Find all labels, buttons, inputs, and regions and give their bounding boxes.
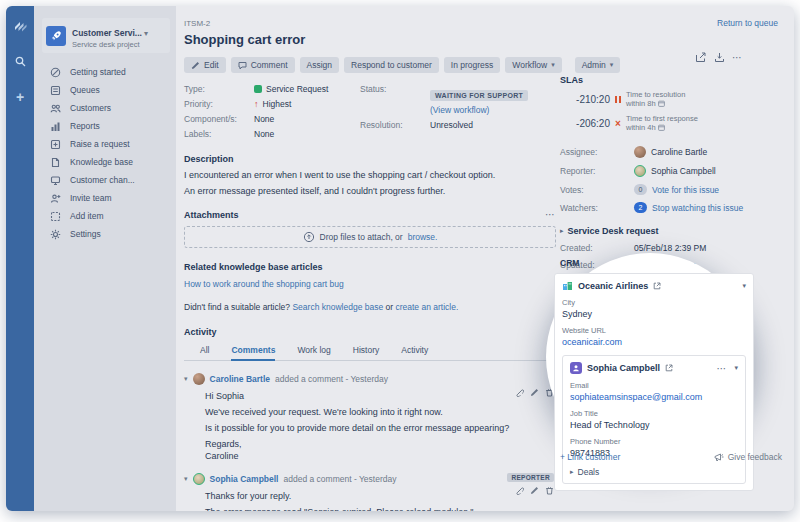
search-icon[interactable] bbox=[13, 54, 27, 68]
sidebar-item-settings[interactable]: Settings bbox=[34, 225, 176, 243]
crm-email-link[interactable]: sophiateamsinspace@gmail.com bbox=[570, 392, 738, 402]
sidebar-item-knowledge-base[interactable]: Knowledge base bbox=[34, 153, 176, 171]
tab-work-log[interactable]: Work log bbox=[297, 345, 330, 361]
in-progress-button[interactable]: In progress bbox=[444, 57, 501, 73]
customer-channels-icon bbox=[50, 175, 61, 186]
edit-comment-icon[interactable] bbox=[530, 388, 539, 397]
link-customer-link[interactable]: + Link customer bbox=[560, 452, 620, 462]
export-icon[interactable] bbox=[714, 52, 725, 63]
external-link-icon[interactable] bbox=[665, 364, 673, 372]
resolution-value: Unresolved bbox=[430, 120, 473, 130]
upload-cloud-icon bbox=[303, 231, 315, 243]
sla-row: -210:20 Time to resolution within 8h bbox=[560, 90, 794, 109]
crm-website-link[interactable]: oceanicair.com bbox=[562, 337, 746, 347]
kb-create-article-link[interactable]: create an article. bbox=[395, 302, 458, 312]
watchers-label: Watchers: bbox=[560, 203, 634, 213]
edit-comment-icon[interactable] bbox=[530, 486, 539, 495]
collapse-comment-icon[interactable]: ▾ bbox=[184, 375, 188, 383]
side-panel-footer: + Link customer Give feedback bbox=[560, 452, 782, 462]
expand-right-icon: ▸ bbox=[570, 468, 574, 476]
tab-all[interactable]: All bbox=[200, 345, 209, 361]
created-value: 05/Feb/18 2:39 PM bbox=[634, 243, 706, 253]
kb-or-text: or bbox=[386, 302, 394, 312]
comment-author-link[interactable]: Sophia Campbell bbox=[210, 474, 279, 484]
sla-within: within 4h bbox=[626, 123, 656, 132]
comment-item: ▾ Sophia Campbell added a comment - Yest… bbox=[184, 473, 556, 511]
pencil-icon bbox=[191, 61, 200, 70]
type-label: Type: bbox=[184, 84, 254, 94]
service-desk-request-expander[interactable]: ▸ Service Desk request bbox=[560, 226, 794, 236]
project-switcher[interactable]: Customer Servi...▾ Service desk project bbox=[42, 18, 170, 53]
tab-activity[interactable]: Activity bbox=[401, 345, 428, 361]
sidebar-item-customers[interactable]: Customers bbox=[34, 99, 176, 117]
tab-history[interactable]: History bbox=[353, 345, 379, 361]
issue-toolbar: Edit Comment Assign Respond to customer … bbox=[184, 57, 556, 73]
votes-count-badge: 0 bbox=[634, 184, 647, 195]
crm-phone-label: Phone Number bbox=[570, 437, 738, 446]
kb-prompt: Didn't find a suitable article? bbox=[184, 302, 290, 312]
page-title: Shopping cart error bbox=[184, 32, 556, 47]
chevron-down-icon[interactable]: ▾ bbox=[734, 364, 738, 372]
sidebar-item-customer-channels[interactable]: Customer chan... bbox=[34, 171, 176, 189]
priority-highest-icon: ↑ bbox=[254, 99, 259, 109]
crm-job-label: Job Title bbox=[570, 409, 738, 418]
project-name: Customer Servi... bbox=[72, 28, 142, 38]
votes-label: Votes: bbox=[560, 185, 634, 195]
description-line: I encountered an error when I went to us… bbox=[184, 170, 556, 180]
kb-heading: Related knowledge base articles bbox=[184, 262, 556, 272]
comment-author-link[interactable]: Caroline Bartle bbox=[210, 374, 270, 384]
sla-paused-icon bbox=[610, 96, 626, 103]
expand-right-icon: ▸ bbox=[560, 227, 564, 235]
attachments-heading: Attachments bbox=[184, 210, 239, 220]
assign-button[interactable]: Assign bbox=[300, 57, 340, 73]
chevron-down-icon[interactable]: ▾ bbox=[742, 282, 746, 290]
vote-link[interactable]: Vote for this issue bbox=[652, 185, 719, 195]
kb-search-link[interactable]: Search knowledge base bbox=[292, 302, 383, 312]
permalink-icon[interactable] bbox=[515, 486, 524, 495]
tab-comments[interactable]: Comments bbox=[231, 345, 275, 361]
delete-comment-icon[interactable] bbox=[545, 486, 554, 495]
crm-city-value: Sydney bbox=[562, 309, 746, 319]
deals-expander[interactable]: ▸ Deals bbox=[570, 467, 738, 477]
service-desk-request-heading: Service Desk request bbox=[568, 226, 659, 236]
comment-button[interactable]: Comment bbox=[231, 57, 295, 73]
collapse-comment-icon[interactable]: ▾ bbox=[184, 475, 188, 483]
attachment-dropzone[interactable]: Drop files to attach, or browse. bbox=[184, 226, 556, 248]
browse-link[interactable]: browse. bbox=[408, 232, 438, 242]
sidebar-item-getting-started[interactable]: Getting started bbox=[34, 63, 176, 81]
breadcrumb-issue-key: ITSM-2 bbox=[184, 19, 556, 28]
edit-button[interactable]: Edit bbox=[184, 57, 226, 73]
dropzone-text: Drop files to attach, or bbox=[320, 232, 403, 242]
sidebar-item-add-item[interactable]: Add item bbox=[34, 207, 176, 225]
comment-line: Is it possible for you to provide more d… bbox=[205, 423, 556, 433]
page: + Customer Servi...▾ Service desk projec… bbox=[0, 0, 800, 522]
stop-watching-link[interactable]: Stop watching this issue bbox=[652, 203, 743, 213]
sidebar-item-raise-a-request[interactable]: Raise a request bbox=[34, 135, 176, 153]
view-workflow-link[interactable]: (View workflow) bbox=[430, 105, 528, 115]
activity-section: Activity All Comments Work log History A… bbox=[184, 327, 556, 511]
contact-more-icon[interactable]: ⋯ bbox=[716, 363, 727, 374]
sla-label: Time to first response bbox=[626, 114, 698, 123]
project-avatar-rocket-icon bbox=[46, 26, 66, 46]
reporter-label: Reporter: bbox=[560, 166, 634, 176]
slas-section: SLAs -210:20 Time to resolution within 8… bbox=[560, 75, 794, 133]
comment-line: The error message read "Session expired.… bbox=[205, 507, 556, 511]
crm-job-value: Head of Technology bbox=[570, 420, 738, 430]
share-icon[interactable] bbox=[695, 52, 707, 63]
more-actions-icon[interactable]: ⋯ bbox=[732, 52, 743, 63]
sidebar-item-queues[interactable]: Queues bbox=[34, 81, 176, 99]
priority-label: Priority: bbox=[184, 99, 254, 109]
kb-article-link[interactable]: How to work around the shopping cart bug bbox=[184, 279, 556, 289]
watchers-count-badge: 2 bbox=[634, 202, 647, 213]
deals-label: Deals bbox=[578, 467, 600, 477]
invite-team-icon bbox=[50, 193, 61, 204]
respond-to-customer-button[interactable]: Respond to customer bbox=[344, 57, 439, 73]
create-icon[interactable]: + bbox=[13, 90, 27, 104]
external-link-icon[interactable] bbox=[653, 282, 661, 290]
activity-tabs: All Comments Work log History Activity ▴ bbox=[184, 345, 556, 361]
sidebar-item-invite-team[interactable]: Invite team bbox=[34, 189, 176, 207]
comment-line: Thanks for your reply. bbox=[205, 491, 556, 501]
sidebar-item-reports[interactable]: Reports bbox=[34, 117, 176, 135]
give-feedback-link[interactable]: Give feedback bbox=[714, 452, 782, 462]
permalink-icon[interactable] bbox=[515, 388, 524, 397]
